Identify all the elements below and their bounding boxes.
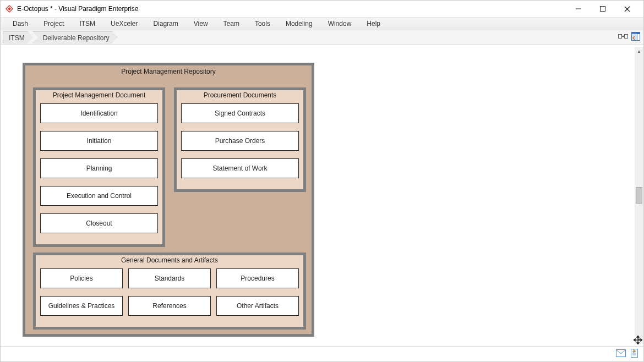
- box-planning[interactable]: Planning: [40, 158, 158, 178]
- box-initiation[interactable]: Initiation: [40, 131, 158, 151]
- toolbar-right: [618, 32, 640, 42]
- box-purchase-orders[interactable]: Purchase Orders: [181, 131, 299, 151]
- package-project-management-repository[interactable]: Project Management Repository Project Ma…: [23, 63, 314, 337]
- status-bar: [1, 346, 643, 361]
- titlebar: E-Octopus * - Visual Paradigm Enterprise: [1, 1, 643, 17]
- box-statement-of-work[interactable]: Statement of Work: [181, 158, 299, 178]
- mail-icon[interactable]: [616, 349, 626, 359]
- panel-toggle-icon[interactable]: [631, 32, 640, 42]
- vertical-scrollbar[interactable]: ▲ ▼: [635, 47, 643, 344]
- maximize-button[interactable]: [591, 1, 615, 17]
- box-procedures[interactable]: Procedures: [216, 268, 299, 288]
- svg-marker-16: [637, 336, 639, 337]
- close-button[interactable]: [615, 1, 639, 17]
- box-references[interactable]: References: [128, 296, 211, 316]
- box-signed-contracts[interactable]: Signed Contracts: [181, 103, 299, 123]
- box-execution-control[interactable]: Execution and Control: [40, 186, 158, 206]
- menu-project[interactable]: Project: [36, 18, 72, 29]
- scroll-thumb[interactable]: [636, 187, 642, 204]
- svg-rect-7: [619, 35, 622, 39]
- package-general-documents[interactable]: General Documents and Artifacts Policies…: [33, 253, 306, 330]
- menu-view[interactable]: View: [186, 18, 216, 29]
- svg-rect-8: [625, 35, 628, 39]
- scroll-up-icon[interactable]: ▲: [635, 47, 643, 56]
- svg-marker-17: [637, 343, 639, 344]
- box-guidelines-practices[interactable]: Guidelines & Practices: [40, 296, 123, 316]
- box-closeout[interactable]: Closeout: [40, 213, 158, 233]
- pm-doc-title: Project Management Document: [36, 90, 162, 101]
- svg-marker-18: [634, 339, 635, 341]
- move-cursor-icon: [634, 336, 642, 346]
- canvas-area: Project Management Repository Project Ma…: [1, 45, 643, 346]
- box-other-artifacts[interactable]: Other Artifacts: [216, 296, 299, 316]
- box-standards[interactable]: Standards: [128, 268, 211, 288]
- app-icon: [5, 4, 14, 13]
- svg-marker-19: [641, 339, 642, 341]
- menu-tools[interactable]: Tools: [247, 18, 278, 29]
- package-pm-document[interactable]: Project Management Document Identificati…: [33, 87, 165, 247]
- menu-help[interactable]: Help: [359, 18, 388, 29]
- breadcrumb-deliverable-repository[interactable]: Deliverable Repository: [32, 31, 118, 43]
- breadcrumb: ITSM Deliverable Repository: [3, 31, 117, 43]
- svg-rect-13: [637, 34, 640, 41]
- package-procurement[interactable]: Procurement Documents Signed Contracts P…: [174, 87, 306, 192]
- breadcrumb-itsm[interactable]: ITSM: [3, 31, 33, 43]
- box-identification[interactable]: Identification: [40, 103, 158, 123]
- menu-diagram[interactable]: Diagram: [145, 18, 185, 29]
- menu-dash[interactable]: Dash: [5, 18, 36, 29]
- menu-bar: Dash Project ITSM UeXceler Diagram View …: [1, 17, 643, 30]
- window-title: E-Octopus * - Visual Paradigm Enterprise: [17, 5, 566, 13]
- window-controls: [566, 1, 639, 17]
- gen-title: General Documents and Artifacts: [36, 255, 303, 266]
- svg-rect-4: [601, 7, 605, 12]
- layout-icon[interactable]: [618, 32, 628, 42]
- note-icon[interactable]: [630, 349, 639, 359]
- box-policies[interactable]: Policies: [40, 268, 123, 288]
- menu-window[interactable]: Window: [320, 18, 359, 29]
- breadcrumb-bar: ITSM Deliverable Repository: [1, 30, 643, 45]
- menu-team[interactable]: Team: [216, 18, 247, 29]
- svg-point-10: [623, 36, 624, 37]
- diagram-canvas[interactable]: Project Management Repository Project Ma…: [1, 45, 635, 346]
- package-title: Project Management Repository: [25, 65, 312, 79]
- minimize-button[interactable]: [566, 1, 591, 17]
- procurement-title: Procurement Documents: [177, 90, 303, 101]
- menu-uexceler[interactable]: UeXceler: [103, 18, 145, 29]
- menu-itsm[interactable]: ITSM: [72, 18, 103, 29]
- menu-modeling[interactable]: Modeling: [278, 18, 320, 29]
